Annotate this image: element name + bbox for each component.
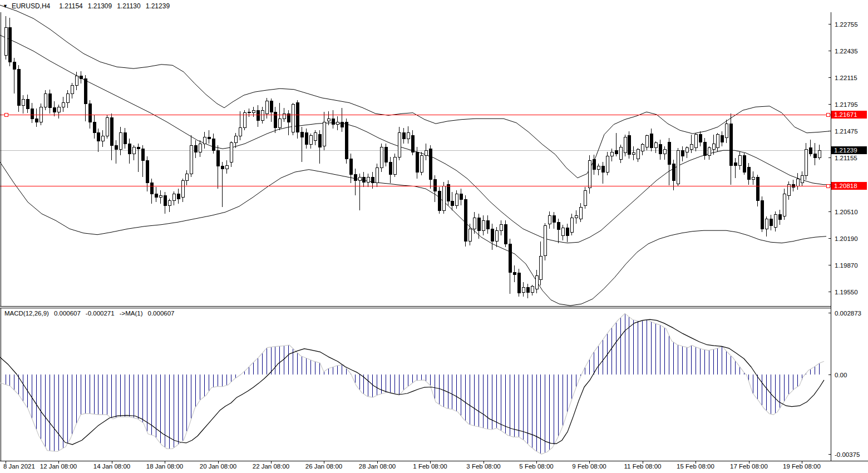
candle-body-bull [579, 207, 582, 219]
candle-body-bear [354, 175, 357, 181]
candle-body-bull [531, 287, 534, 293]
candle-body-bull [358, 177, 361, 180]
price-tick-label: 1.20190 [835, 235, 858, 242]
candle-body-bull [663, 150, 666, 154]
candle-body-bear [26, 100, 29, 109]
candle-body-bear [809, 148, 812, 154]
candle-body-bull [637, 150, 639, 159]
candle-body-bear [141, 149, 144, 160]
chart-canvas[interactable] [0, 0, 868, 473]
candle-body-bear [601, 166, 604, 173]
candle-body-bear [438, 191, 441, 211]
candle-body-bull [398, 133, 401, 157]
candle-body-bear [734, 163, 737, 166]
time-tick-label: 11 Feb 08:00 [624, 463, 662, 470]
price-tick-label: 1.19870 [835, 262, 858, 269]
candle-body-bull [199, 144, 201, 152]
candle-body-bull [292, 105, 294, 132]
candle-body-bull [544, 225, 546, 255]
candle-body-bull [632, 153, 635, 155]
candle-body-bear [216, 150, 219, 166]
candle-body-bull [468, 229, 471, 242]
candle-body-bull [203, 137, 206, 144]
candle-body-bear [792, 185, 795, 188]
candle-body-bull [473, 218, 476, 229]
resistance-line-handle[interactable] [4, 114, 8, 117]
candle-body-bear [137, 147, 140, 149]
candle-body-bear [650, 134, 653, 148]
time-tick-label: 28 Jan 08:00 [359, 463, 396, 470]
candle-body-bear [270, 101, 273, 112]
candle-body-bull [455, 194, 458, 205]
chart-header: ▼EURUSD,H41.211541.213091.211301.21239 [3, 2, 175, 10]
candle-body-bull [278, 119, 281, 128]
candle-body-bull [168, 200, 171, 205]
candle-body-bull [738, 155, 741, 165]
time-tick-label: 17 Feb 08:00 [730, 463, 768, 470]
macd-name: MACD(12,26,9) [4, 310, 49, 317]
candle-body-bear [115, 145, 117, 150]
candle-body-bull [159, 195, 162, 197]
candle-body-bull [575, 215, 578, 218]
macd-value-signal: -0.000271 [86, 310, 115, 317]
macd-indicator-label: MACD(12,26,9)0.000607-0.000271->MA(1)0.0… [4, 310, 179, 317]
candle-body-bull [774, 215, 777, 228]
candle-body-bull [314, 133, 317, 141]
candle-body-bull [101, 136, 104, 141]
candle-body-bull [645, 135, 648, 147]
price-tag-current: 1.21239 [831, 146, 867, 154]
time-tick-label: 9 Feb 08:00 [572, 463, 606, 470]
candle-body-bear [615, 150, 618, 154]
candle-body-bear [177, 194, 180, 199]
candle-body-bull [119, 133, 122, 150]
candle-body-bear [296, 103, 299, 132]
time-tick-label: 20 Jan 08:00 [200, 463, 237, 470]
candle-body-bull [393, 157, 396, 175]
candle-body-bear [164, 195, 166, 205]
candle-body-bear [345, 122, 348, 159]
candle-body-bull [57, 107, 60, 112]
candle-body-bull [606, 156, 609, 173]
candle-body-bear [761, 200, 763, 229]
candle-body-bull [230, 143, 233, 162]
candle-body-bear [513, 272, 516, 275]
candle-body-bull [482, 220, 485, 230]
candle-body-bear [362, 177, 365, 182]
macd-main-line [0, 313, 824, 454]
quote-open: 1.21154 [59, 2, 83, 10]
quote-low: 1.21130 [117, 2, 141, 10]
resistance-line-handle[interactable] [827, 114, 830, 117]
candle-body-bear [349, 159, 352, 175]
price-tag-support: 1.20818 [831, 182, 867, 190]
candle-body-bull [708, 148, 711, 156]
candle-body-bull [783, 194, 786, 216]
symbol-dropdown-icon: ▼ [3, 3, 8, 9]
candle-body-bull [570, 218, 573, 233]
candle-body-bear [48, 93, 51, 108]
candle-body-bull [185, 174, 188, 180]
candle-body-bull [818, 150, 821, 157]
candle-body-bull [425, 150, 427, 155]
time-tick-label: 5 Feb 08:00 [519, 463, 553, 470]
time-tick-label: 14 Jan 08:00 [93, 463, 131, 470]
candle-body-bear [557, 222, 560, 230]
quote-close: 1.21239 [146, 2, 170, 10]
price-tick-label: 1.21155 [835, 155, 857, 161]
macd-ma-name: ->MA(1) [120, 310, 143, 317]
support-line-handle[interactable] [827, 185, 830, 188]
candle-body-bear [411, 135, 414, 152]
quote-high: 1.21309 [88, 2, 112, 10]
candle-body-bear [770, 219, 772, 225]
candle-body-bear [8, 28, 11, 62]
candle-body-bear [477, 218, 480, 231]
candle-body-bear [150, 183, 153, 194]
macd-value-main: 0.000607 [54, 310, 81, 317]
candle-body-bear [17, 70, 20, 106]
candle-body-bull [248, 112, 250, 113]
price-tick-label: 1.22115 [835, 75, 857, 81]
candle-body-bear [88, 104, 91, 122]
candle-body-bull [641, 145, 644, 151]
candle-body-bull [62, 103, 65, 107]
candle-body-bear [35, 119, 38, 122]
bollinger-lower-band [0, 162, 826, 306]
